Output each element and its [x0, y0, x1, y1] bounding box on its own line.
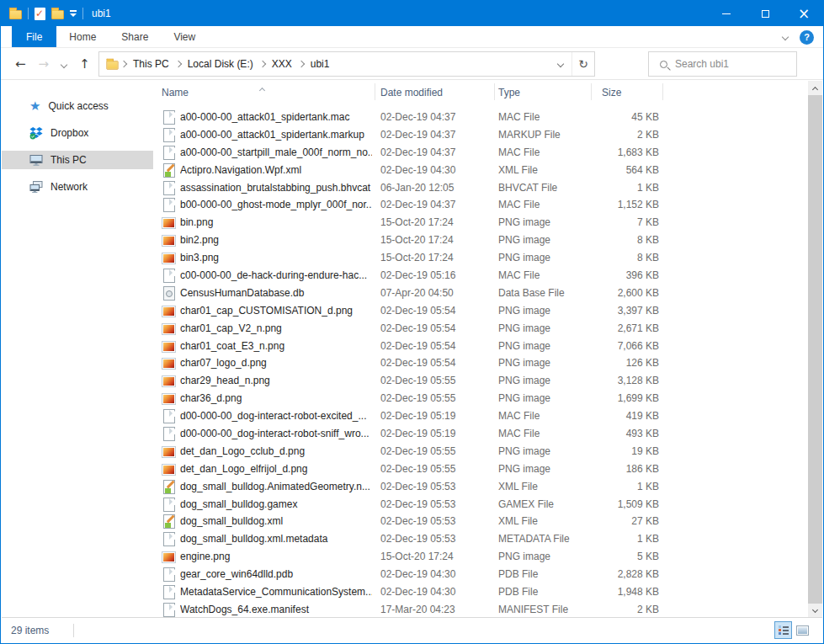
tab-home[interactable]: Home: [56, 26, 109, 47]
close-button[interactable]: ×: [784, 1, 823, 26]
breadcrumb-chevron-icon[interactable]: [174, 61, 181, 67]
file-row[interactable]: char01_coat_E3_n.png 02-Dec-19 05:54 PNG…: [153, 338, 808, 355]
breadcrumb-ubi1[interactable]: ubi1: [306, 58, 334, 70]
details-view-button[interactable]: [774, 621, 792, 639]
file-size: 2,600 KB: [570, 287, 659, 299]
search-input[interactable]: [675, 58, 805, 70]
column-header-size[interactable]: Size: [602, 87, 621, 98]
search-box[interactable]: [648, 51, 797, 77]
file-row[interactable]: dog_small_bulldog.xml 02-Dec-19 05:53 XM…: [153, 513, 808, 530]
file-row[interactable]: char01_cap_V2_n.png 02-Dec-19 05:54 PNG …: [153, 320, 808, 338]
forward-button[interactable]: →: [39, 58, 50, 71]
scroll-up-icon[interactable]: [808, 81, 822, 95]
file-row[interactable]: bin.png 15-Oct-20 17:24 PNG image 7 KB: [153, 214, 808, 232]
file-row[interactable]: c00-000-00_de-hack-during-endure-hac... …: [153, 267, 808, 285]
file-row[interactable]: det_dan_Logo_cclub_d.png 02-Dec-19 05:55…: [153, 443, 808, 460]
file-row[interactable]: gear_core_win64dlld.pdb 02-Dec-19 04:30 …: [153, 566, 808, 583]
file-size: 564 KB: [570, 164, 659, 176]
file-size: 3,397 KB: [570, 305, 659, 317]
scrollbar-thumb[interactable]: [808, 95, 822, 604]
properties-checked-document-icon[interactable]: [35, 8, 45, 20]
scroll-down-icon[interactable]: [808, 604, 822, 618]
sidebar-item-quick-access[interactable]: ★ Quick access: [2, 97, 153, 115]
breadcrumb-chevron-icon[interactable]: [258, 61, 265, 67]
breadcrumb-chevron-icon[interactable]: [297, 61, 304, 67]
up-button[interactable]: ↑: [79, 58, 90, 71]
file-row[interactable]: a00-000-00_attack01_spidertank.markup 02…: [153, 126, 808, 144]
address-bar[interactable]: This PC Local Disk (E:) XXX ubi1 ↻: [98, 51, 595, 77]
file-row[interactable]: MetadataService_CommunicationSystem... 0…: [153, 583, 808, 601]
folder-icon[interactable]: [106, 61, 118, 69]
column-divider[interactable]: [494, 83, 495, 100]
file-date-modified: 02-Dec-19 05:53: [380, 481, 455, 492]
minimize-button[interactable]: [707, 1, 746, 26]
file-row[interactable]: CensusHumanDatabase.db 07-Apr-20 04:50 D…: [153, 285, 808, 302]
tab-share[interactable]: Share: [109, 26, 161, 47]
file-row[interactable]: char01_cap_CUSTOMISATION_d.png 02-Dec-19…: [153, 302, 808, 320]
file-date-modified: 07-Apr-20 04:50: [380, 287, 454, 299]
file-row[interactable]: char07_logo_d.png 02-Dec-19 05:54 PNG im…: [153, 354, 808, 372]
breadcrumb-chevron-icon[interactable]: [120, 61, 127, 67]
file-row[interactable]: char29_head_n.png 02-Dec-19 05:55 PNG im…: [153, 372, 808, 390]
sidebar-item-dropbox[interactable]: Dropbox: [2, 124, 153, 142]
column-divider[interactable]: [375, 83, 375, 100]
xml-file-icon: [162, 163, 175, 177]
file-row[interactable]: WatchDogs_64.exe.manifest 17-Mar-20 04:2…: [153, 601, 808, 618]
column-divider[interactable]: [591, 83, 592, 100]
column-header-date-modified[interactable]: Date modified: [380, 87, 443, 98]
breadcrumb-this-pc[interactable]: This PC: [129, 58, 173, 70]
file-row[interactable]: b00-000-00_ghost-mode_mplyr_000f_nor... …: [153, 196, 808, 214]
maximize-button[interactable]: [746, 1, 784, 26]
breadcrumb-xxx[interactable]: XXX: [268, 58, 296, 70]
column-header-name[interactable]: Name: [162, 87, 189, 98]
back-button[interactable]: ←: [15, 58, 26, 71]
doc-file-icon: [162, 567, 175, 581]
file-type: MAC File: [498, 269, 540, 281]
sidebar-item-network[interactable]: Network: [2, 178, 153, 196]
tab-view[interactable]: View: [161, 26, 208, 47]
refresh-button[interactable]: ↻: [571, 52, 594, 76]
divider: [82, 8, 83, 19]
customize-quick-access-dropdown-icon[interactable]: [70, 10, 77, 17]
new-folder-icon[interactable]: [51, 10, 64, 19]
file-type: PNG image: [498, 216, 550, 228]
expand-ribbon-chevron-icon[interactable]: [782, 34, 789, 40]
column-header-type[interactable]: Type: [498, 87, 520, 98]
file-row[interactable]: bin3.png 15-Oct-20 17:24 PNG image 8 KB: [153, 249, 808, 267]
file-row[interactable]: dog_small_bulldog.xml.metadata 02-Dec-19…: [153, 530, 808, 548]
file-type: MAC File: [498, 111, 540, 123]
file-row[interactable]: a00-000-00_attack01_spidertank.mac 02-De…: [153, 109, 808, 126]
file-size: 2 KB: [570, 604, 659, 615]
file-type: BHVCAT File: [498, 182, 557, 194]
sidebar-item-this-pc[interactable]: This PC: [2, 151, 153, 169]
star-icon: ★: [29, 100, 40, 113]
vertical-scrollbar[interactable]: [808, 81, 822, 618]
file-row[interactable]: Actipro.Navigation.Wpf.xml 02-Dec-19 04:…: [153, 162, 808, 179]
help-icon[interactable]: ?: [800, 30, 814, 45]
file-date-modified: 02-Dec-19 05:53: [380, 498, 455, 510]
folder-icon[interactable]: [9, 10, 22, 19]
xml-file-icon: [162, 514, 175, 528]
file-name: char36_d.png: [180, 392, 372, 404]
status-bar: 29 items: [2, 617, 822, 642]
file-size: 2,671 KB: [570, 322, 659, 334]
address-dropdown-button[interactable]: [549, 52, 571, 76]
file-date-modified: 02-Dec-19 04:30: [380, 586, 455, 598]
file-row[interactable]: a00-000-00_startpill_male_000f_norm_no..…: [153, 144, 808, 162]
file-row[interactable]: dog_small_bulldog.gamex 02-Dec-19 05:53 …: [153, 496, 808, 514]
file-row[interactable]: bin2.png 15-Oct-20 17:24 PNG image 8 KB: [153, 232, 808, 249]
file-row[interactable]: det_dan_Logo_elfrijol_d.png 02-Dec-19 05…: [153, 460, 808, 478]
tab-file[interactable]: File: [12, 26, 56, 47]
file-row[interactable]: d00-000-00_dog-interact-robot-excited_..…: [153, 407, 808, 425]
file-date-modified: 02-Dec-19 04:30: [380, 568, 455, 580]
file-row[interactable]: d00-000-00_dog-interact-robot-sniff_wro.…: [153, 425, 808, 443]
computer-icon: [29, 153, 43, 167]
file-row[interactable]: dog_small_bulldog.AnimatedGeometry.n... …: [153, 478, 808, 496]
column-divider[interactable]: [662, 83, 663, 100]
file-row[interactable]: char36_d.png 02-Dec-19 05:55 PNG image 1…: [153, 390, 808, 407]
breadcrumb-local-disk-e[interactable]: Local Disk (E:): [183, 58, 258, 70]
recent-locations-dropdown-icon[interactable]: [61, 61, 67, 68]
large-icons-view-button[interactable]: [794, 621, 811, 639]
file-row[interactable]: engine.png 15-Oct-20 17:24 PNG image 5 K…: [153, 548, 808, 566]
file-row[interactable]: assassination_brutalstabbing_push.bhvcat…: [153, 179, 808, 197]
